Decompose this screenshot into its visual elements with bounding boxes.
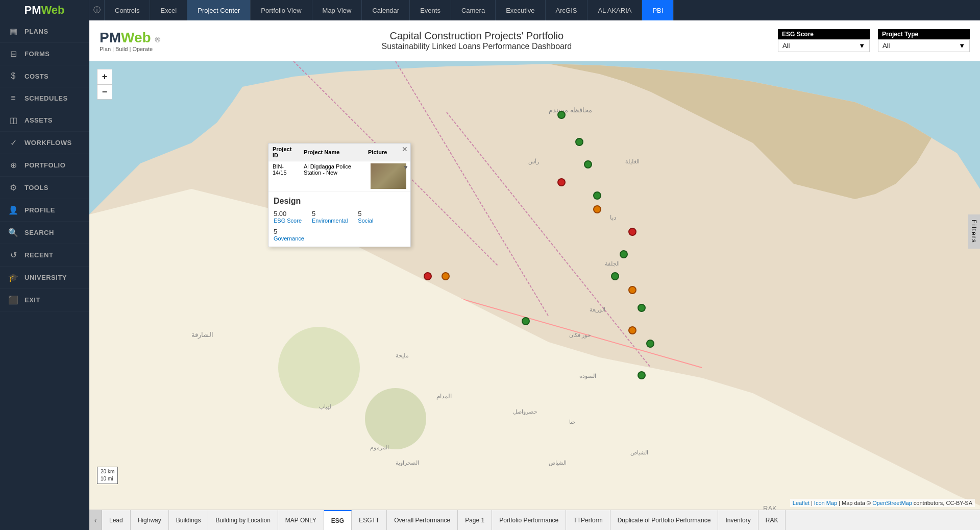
tab-esg[interactable]: ESG	[324, 510, 352, 530]
info-icon[interactable]: ⓘ	[89, 0, 105, 20]
svg-point-8	[278, 327, 360, 408]
leaflet-link[interactable]: Leaflet	[793, 500, 810, 506]
sidebar-item-costs[interactable]: $ COSTS	[0, 65, 89, 87]
nav-pbi[interactable]: PBI	[642, 0, 674, 20]
map-dot-3[interactable]	[557, 178, 566, 186]
sidebar-item-exit[interactable]: ⬛ EXIT	[0, 289, 89, 311]
tab-ttperform[interactable]: TTPerform	[566, 510, 610, 530]
svg-text:رأس: رأس	[528, 158, 539, 165]
map-dot-10[interactable]	[628, 286, 636, 294]
environmental-metric: 5 Environmental	[312, 210, 348, 224]
nav-project-center[interactable]: Project Center	[187, 0, 251, 20]
sidebar-item-recent[interactable]: ↺ RECENT	[0, 244, 89, 267]
map-dot-4[interactable]	[584, 160, 592, 168]
scale-20km: 20 km	[101, 468, 114, 475]
svg-text:لهباب: لهباب	[319, 403, 331, 410]
openstreetmap-link[interactable]: OpenStreetMap	[872, 500, 912, 506]
map-dot-14[interactable]	[522, 317, 530, 325]
map-dot-1[interactable]	[557, 111, 566, 119]
esg-score-select[interactable]: All ▼	[778, 39, 870, 52]
svg-text:الشارقة: الشارقة	[191, 331, 213, 339]
tab-buildings[interactable]: Buildings	[169, 510, 209, 530]
tab-building-by-location[interactable]: Building by Location	[208, 510, 278, 530]
zoom-in-button[interactable]: +	[97, 69, 112, 84]
map-dot-11[interactable]	[638, 304, 646, 312]
scale-bar: 20 km 10 mi	[97, 467, 118, 484]
nav-excel[interactable]: Excel	[150, 0, 187, 20]
sidebar-item-label: SEARCH	[24, 229, 54, 236]
svg-text:المرموم: المرموم	[370, 444, 389, 451]
popup-table: Project ID Project Name Picture BIN-14/1…	[268, 143, 410, 191]
map-dot-2[interactable]	[575, 138, 583, 146]
filters-side-tab[interactable]: Filters	[968, 214, 980, 249]
nav-arcgis[interactable]: ArcGIS	[546, 0, 588, 20]
svg-point-9	[365, 388, 426, 449]
svg-text:محافظه مسندم: محافظه مسندم	[549, 106, 592, 114]
map-dot-12[interactable]	[424, 272, 432, 280]
profile-icon: 👤	[8, 205, 18, 215]
map-dot-7[interactable]	[628, 228, 636, 236]
exit-icon: ⬛	[8, 295, 18, 305]
sidebar-item-label: FORMS	[24, 50, 50, 58]
scroll-down-icon[interactable]: ▼	[403, 164, 409, 171]
svg-text:RAK: RAK	[763, 504, 777, 510]
nav-portfolio-view[interactable]: Portfolio View	[251, 0, 312, 20]
sidebar-item-schedules[interactable]: ≡ SCHEDULES	[0, 87, 89, 109]
nav-executive[interactable]: Executive	[496, 0, 545, 20]
esg-score-metric: 5.00 ESG Score	[274, 210, 302, 224]
project-type-select[interactable]: All ▼	[878, 39, 970, 52]
search-icon: 🔍	[8, 228, 18, 237]
nav-camera[interactable]: Camera	[451, 0, 496, 20]
sidebar-item-assets[interactable]: ◫ ASSETS	[0, 109, 89, 132]
sidebar-item-forms[interactable]: ⊟ FORMS	[0, 43, 89, 65]
tab-duplicate-portfolio[interactable]: Duplicate of Portfolio Performance	[610, 510, 719, 530]
map-dot-17[interactable]	[638, 371, 646, 379]
sidebar-item-workflows[interactable]: ✓ WORKFLOWS	[0, 132, 89, 154]
tab-map-only[interactable]: MAP ONLY	[278, 510, 324, 530]
environmental-value: 5	[312, 210, 348, 218]
map-area[interactable]: شهرستان اوموس محافظه مسندم الغلیلة دبا ا…	[89, 61, 980, 510]
tab-portfolio-performance[interactable]: Portfolio Performance	[492, 510, 566, 530]
sidebar-item-portfolio[interactable]: ⊕ PORTFOLIO	[0, 154, 89, 177]
sidebar-item-tools[interactable]: ⚙ TOOLS	[0, 177, 89, 199]
popup-close-button[interactable]: ✕	[402, 145, 408, 153]
sidebar-item-profile[interactable]: 👤 PROFILE	[0, 199, 89, 222]
esg-score-value: 5.00	[274, 210, 302, 218]
social-value: 5	[358, 210, 373, 218]
map-dot-5[interactable]	[593, 191, 601, 200]
map-dot-13[interactable]	[442, 272, 450, 280]
zoom-out-button[interactable]: −	[97, 84, 112, 100]
filters-tab-label: Filters	[970, 220, 977, 244]
map-dot-9[interactable]	[611, 272, 619, 280]
sidebar-item-search[interactable]: 🔍 SEARCH	[0, 222, 89, 244]
sidebar-item-plans[interactable]: ▦ PLANS	[0, 20, 89, 43]
nav-calendar[interactable]: Calendar	[362, 0, 410, 20]
tab-nav-left[interactable]: ‹	[89, 510, 102, 530]
social-label: Social	[358, 218, 373, 224]
social-metric: 5 Social	[358, 210, 373, 224]
popup-col-name: Project Name	[300, 143, 364, 161]
map-dot-16[interactable]	[646, 340, 654, 348]
environmental-label: Environmental	[312, 218, 348, 224]
map-dot-15[interactable]	[628, 326, 636, 334]
tab-page-1[interactable]: Page 1	[458, 510, 492, 530]
sidebar-item-label: PLANS	[24, 28, 48, 35]
sidebar-item-university[interactable]: 🎓 UNIVERSITY	[0, 267, 89, 289]
tab-esgtt[interactable]: ESGTT	[352, 510, 387, 530]
tab-overall-performance[interactable]: Overall Performance	[387, 510, 458, 530]
map-dot-8[interactable]	[620, 250, 628, 258]
tab-highway[interactable]: Highway	[131, 510, 169, 530]
nav-al-akaria[interactable]: AL AKARIA	[587, 0, 642, 20]
map-dot-6[interactable]	[593, 205, 601, 213]
tab-rak[interactable]: RAK	[758, 510, 786, 530]
nav-map-view[interactable]: Map View	[312, 0, 362, 20]
esg-score-value: All	[782, 42, 790, 50]
nav-events[interactable]: Events	[410, 0, 451, 20]
icon-map-link[interactable]: Icon Map	[814, 500, 837, 506]
tab-lead[interactable]: Lead	[102, 510, 131, 530]
tab-inventory[interactable]: Inventory	[718, 510, 758, 530]
plans-icon: ▦	[8, 27, 18, 36]
nav-items: Controls Excel Project Center Portfolio …	[105, 0, 980, 20]
nav-controls[interactable]: Controls	[105, 0, 150, 20]
workflows-icon: ✓	[8, 138, 18, 148]
